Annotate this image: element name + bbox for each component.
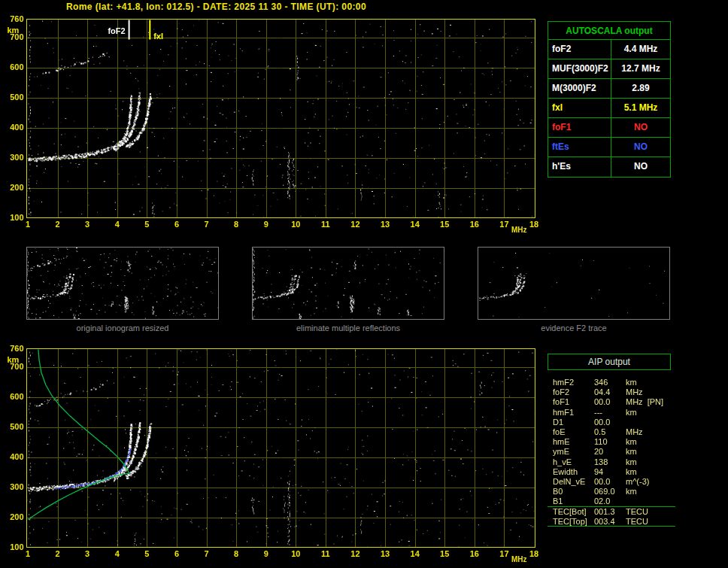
param-value: NO (611, 118, 670, 137)
param-value: 5.1 MHz (611, 99, 670, 117)
thumbnail-caption-original: original ionogram resized (26, 323, 219, 333)
autoscala-screen: Rome (lat: +41.8, lon: 012.5) - DATE: 20… (0, 0, 728, 568)
aip-row-hmF1: hmF1---km (548, 408, 675, 418)
param-label: Ewidth (548, 467, 594, 477)
param-value: 94 (594, 467, 626, 477)
param-unit: MHz (626, 427, 675, 437)
param-value: 04.4 (594, 387, 626, 397)
param-value: 00.0 (594, 397, 626, 407)
param-unit: km (626, 467, 675, 477)
thumbnail-original-canvas (27, 248, 218, 319)
param-unit (626, 497, 675, 506)
param-value: 00.0 (594, 418, 626, 427)
aip-row-TEC[Bot]: TEC[Bot]001.3TECU (548, 506, 675, 516)
param-value: 069.0 (594, 487, 626, 497)
autoscala-row-M(3000)F2: M(3000)F22.89 (548, 79, 670, 99)
param-unit: MHz (626, 387, 675, 397)
thumbnail-cleaned-canvas (253, 248, 444, 319)
param-unit: km (626, 437, 675, 447)
thumbnail-f2-canvas (478, 248, 669, 319)
param-unit: m^(-3) (626, 477, 675, 487)
param-label: foF2 (548, 40, 611, 59)
thumbnail-caption-f2: evidence F2 trace (478, 323, 670, 333)
param-value: 2.89 (611, 79, 670, 98)
thumbnail-caption-cleaned: eliminate multiple reflections (252, 323, 444, 333)
param-value: 12.7 MHz (611, 59, 670, 78)
param-value: 20 (594, 447, 626, 457)
thumbnail-original-ionogram (26, 247, 219, 320)
param-value: 003.4 (594, 517, 626, 526)
param-value: 346 (594, 378, 626, 387)
autoscala-row-MUF(3000)F2: MUF(3000)F212.7 MHz (548, 59, 670, 79)
param-label: TEC[Bot] (548, 507, 594, 516)
param-unit: TECU (626, 507, 675, 516)
param-value: 138 (594, 457, 626, 467)
autoscala-row-foF1: foF1NO (548, 118, 670, 138)
param-label: D1 (548, 418, 594, 427)
station-title: Rome (lat: +41.8, lon: 012.5) - DATE: 20… (66, 2, 366, 12)
param-unit (626, 418, 675, 427)
param-label: ymE (548, 447, 594, 457)
param-label: fxI (548, 99, 611, 117)
param-label: DelN_vE (548, 477, 594, 487)
param-label: B0 (548, 487, 594, 497)
param-label: foF1 (548, 118, 611, 137)
autoscala-table-rows: foF24.4 MHzMUF(3000)F212.7 MHzM(3000)F22… (548, 40, 670, 177)
param-label: M(3000)F2 (548, 79, 611, 98)
param-label: hmF2 (548, 378, 594, 387)
profile-ionogram-canvas (0, 342, 551, 568)
param-label: foF1 (548, 397, 594, 407)
aip-table-header: AIP output (548, 354, 671, 370)
param-value: 001.3 (594, 507, 626, 516)
param-value: NO (611, 138, 670, 156)
aip-row-TEC[Top]: TEC[Top]003.4TECU (548, 517, 675, 527)
param-label: TEC[Top] (548, 517, 594, 526)
param-value: 02.0 (594, 497, 626, 506)
thumbnail-cleaned-ionogram (252, 247, 444, 320)
param-value: 0.5 (594, 427, 626, 437)
param-label: h_vE (548, 457, 594, 467)
param-value: NO (611, 157, 670, 177)
aip-row-D1: D100.0 (548, 418, 675, 427)
aip-row-ymE: ymE20km (548, 447, 675, 457)
aip-row-foE: foE0.5MHz (548, 427, 675, 437)
param-label: h'Es (548, 157, 611, 177)
main-ionogram-canvas (0, 14, 551, 235)
param-value: --- (594, 408, 626, 418)
param-label: foF2 (548, 387, 594, 397)
aip-row-hmF2: hmF2346km (548, 378, 675, 387)
autoscala-row-ftEs: ftEsNO (548, 138, 670, 157)
param-unit: TECU (626, 517, 675, 526)
param-value: 110 (594, 437, 626, 447)
aip-row-hmE: hmE110km (548, 437, 675, 447)
aip-row-h_vE: h_vE138km (548, 457, 675, 467)
aip-row-B1: B102.0 (548, 497, 675, 506)
param-unit: km (626, 447, 675, 457)
autoscala-row-foF2: foF24.4 MHz (548, 40, 670, 59)
param-unit: km (626, 378, 675, 387)
param-label: MUF(3000)F2 (548, 59, 611, 78)
aip-row-foF1: foF100.0MHz [PN] (548, 397, 675, 407)
aip-row-DelN_vE: DelN_vE00.0m^(-3) (548, 477, 675, 487)
param-label: ftEs (548, 138, 611, 156)
thumbnail-f2-trace (478, 247, 670, 320)
aip-row-foF2: foF204.4MHz (548, 387, 675, 397)
param-unit: MHz [PN] (626, 397, 675, 407)
autoscala-row-fxI: fxI5.1 MHz (548, 99, 670, 118)
param-unit: km (626, 487, 675, 497)
aip-row-B0: B0069.0km (548, 487, 675, 497)
param-label: B1 (548, 497, 594, 506)
param-value: 4.4 MHz (611, 40, 670, 59)
param-unit: km (626, 408, 675, 418)
autoscala-table-header: AUTOSCALA output (548, 22, 670, 40)
autoscala-row-h'Es: h'EsNO (548, 157, 670, 177)
param-label: foE (548, 427, 594, 437)
param-unit: km (626, 457, 675, 467)
param-value: 00.0 (594, 477, 626, 487)
aip-row-Ewidth: Ewidth94km (548, 467, 675, 477)
param-label: hmE (548, 437, 594, 447)
param-label: hmF1 (548, 408, 594, 418)
aip-table-rows: hmF2346kmfoF204.4MHzfoF100.0MHz [PN]hmF1… (548, 378, 675, 527)
autoscala-output-table: AUTOSCALA output foF24.4 MHzMUF(3000)F21… (548, 21, 671, 178)
